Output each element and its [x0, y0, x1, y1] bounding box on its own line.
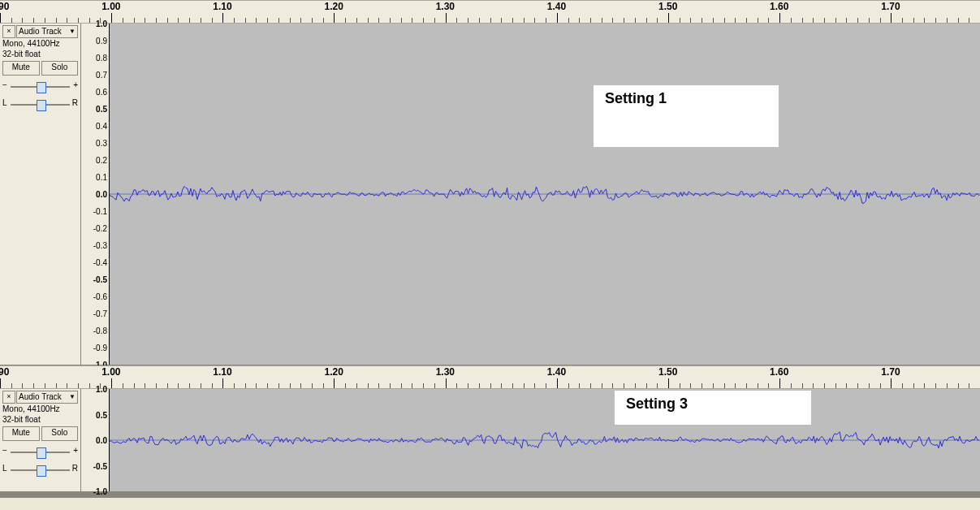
pan-left-label: L: [2, 98, 7, 107]
ruler-label: 1.10: [213, 366, 231, 378]
ruler-label: 1.20: [324, 1, 343, 12]
amp-tick-label: 0.7: [96, 71, 107, 80]
track-title: Audio Track: [19, 392, 62, 402]
overlay-annotation: Setting 1: [594, 85, 779, 147]
amp-tick-label: 0.0: [96, 436, 107, 445]
pan-thumb[interactable]: [37, 100, 46, 111]
gain-min-label: −: [2, 80, 7, 89]
track-format-label: Mono, 44100Hz: [2, 39, 78, 49]
amp-tick-label: 0.0: [96, 190, 107, 199]
chevron-down-icon: ▼: [69, 27, 76, 37]
amp-tick-label: 1.0: [96, 385, 107, 394]
waveform-canvas[interactable]: Setting 1: [110, 24, 980, 365]
mute-button[interactable]: Mute: [2, 426, 40, 441]
track-bitdepth-label: 32-bit float: [2, 415, 78, 425]
amp-tick-label: 0.2: [96, 156, 107, 165]
amp-tick-label: -0.3: [93, 241, 107, 250]
amp-tick-label: -0.2: [93, 224, 107, 233]
ruler-label: 1.50: [658, 1, 677, 12]
pan-slider[interactable]: L R: [2, 464, 78, 477]
ruler-label: 1.40: [547, 1, 566, 12]
amp-tick-label: 0.9: [96, 37, 107, 45]
track-row: × Audio Track ▼ Mono, 44100Hz 32-bit flo…: [0, 24, 980, 365]
track-title: Audio Track: [19, 27, 62, 37]
pan-right-label: R: [72, 98, 78, 107]
track-format-label: Mono, 44100Hz: [2, 404, 78, 414]
amp-tick-label: -0.9: [93, 344, 107, 352]
ruler-label: 1.60: [770, 1, 788, 12]
track-control-panel: × Audio Track ▼ Mono, 44100Hz 32-bit flo…: [0, 389, 81, 491]
close-track-button[interactable]: ×: [2, 391, 15, 404]
gain-slider[interactable]: − +: [2, 80, 78, 93]
amp-tick-label: -0.8: [93, 326, 107, 335]
track-menu-dropdown[interactable]: Audio Track ▼: [16, 25, 78, 38]
amp-tick-label: -0.5: [93, 275, 107, 284]
pan-right-label: R: [72, 464, 78, 473]
amp-tick-label: 0.5: [96, 105, 107, 114]
ruler-label: 1.10: [213, 1, 231, 12]
amp-tick-label: -1.0: [93, 487, 107, 496]
mute-button[interactable]: Mute: [2, 61, 40, 76]
solo-button[interactable]: Solo: [41, 426, 79, 441]
gain-thumb[interactable]: [37, 82, 46, 93]
track-bitdepth-label: 32-bit float: [2, 50, 78, 59]
track-menu-dropdown[interactable]: Audio Track ▼: [16, 391, 78, 404]
ruler-label: 1.70: [881, 366, 900, 378]
amp-tick-label: -0.1: [93, 207, 107, 216]
amp-tick-label: -0.6: [93, 292, 107, 301]
amp-tick-label: -0.4: [93, 258, 107, 267]
pan-slider[interactable]: L R: [2, 98, 78, 111]
close-track-button[interactable]: ×: [2, 25, 15, 38]
ruler-label: 1.00: [101, 366, 120, 378]
amplitude-scale[interactable]: 1.00.90.80.70.60.50.40.30.20.10.0-0.1-0.…: [81, 24, 110, 365]
gain-slider[interactable]: − +: [2, 446, 78, 459]
ruler-label: 0.90: [0, 366, 9, 378]
amp-tick-label: 0.6: [96, 88, 107, 97]
track-row: × Audio Track ▼ Mono, 44100Hz 32-bit flo…: [0, 389, 980, 492]
ruler-label: 1.30: [436, 366, 455, 378]
pan-left-label: L: [2, 464, 7, 473]
gain-thumb[interactable]: [37, 447, 46, 459]
gain-min-label: −: [2, 446, 7, 455]
amp-tick-label: -0.5: [93, 461, 107, 470]
ruler-label: 1.40: [547, 366, 566, 378]
amp-tick-label: 0.1: [96, 173, 107, 182]
ruler-label: 1.30: [436, 1, 455, 12]
timeline-ruler[interactable]: 0.901.001.101.201.301.401.501.601.70: [0, 0, 980, 24]
gain-max-label: +: [73, 80, 78, 89]
gain-max-label: +: [73, 446, 78, 455]
amp-tick-label: 1.0: [96, 19, 107, 28]
track-control-panel: × Audio Track ▼ Mono, 44100Hz 32-bit flo…: [0, 24, 81, 365]
ruler-label: 1.00: [101, 1, 120, 12]
overlay-annotation: Setting 3: [615, 391, 811, 425]
amp-tick-label: -0.7: [93, 309, 107, 318]
ruler-label: 1.50: [658, 366, 677, 378]
amp-tick-label: 0.3: [96, 139, 107, 148]
pan-thumb[interactable]: [37, 465, 46, 477]
chevron-down-icon: ▼: [69, 392, 76, 402]
amp-tick-label: 0.4: [96, 122, 107, 131]
ruler-label: 1.60: [770, 366, 788, 378]
waveform-canvas[interactable]: Setting 3: [110, 389, 980, 491]
solo-button[interactable]: Solo: [41, 61, 79, 76]
amplitude-scale[interactable]: 1.00.50.0-0.5-1.0: [81, 389, 110, 491]
ruler-label: 1.20: [324, 366, 343, 378]
amp-tick-label: 0.5: [96, 410, 107, 419]
amp-tick-label: 0.8: [96, 54, 107, 63]
ruler-label: 1.70: [881, 1, 900, 12]
timeline-ruler[interactable]: 0.901.001.101.201.301.401.501.601.70: [0, 365, 980, 389]
ruler-label: 0.90: [0, 1, 9, 12]
